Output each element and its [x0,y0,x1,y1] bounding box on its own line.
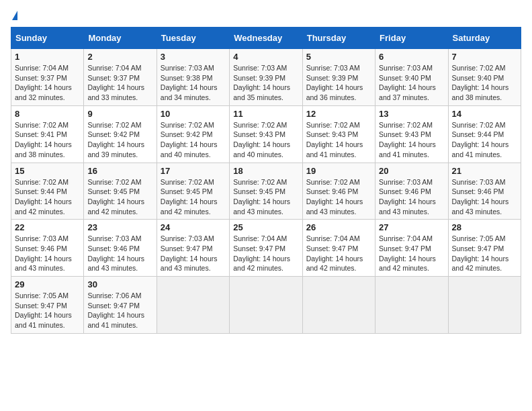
day-cell: 15 Sunrise: 7:02 AM Sunset: 9:44 PM Dayl… [11,163,84,220]
header [11,11,521,20]
day-cell: 17 Sunrise: 7:02 AM Sunset: 9:45 PM Dayl… [157,163,229,220]
day-info: Sunrise: 7:02 AM Sunset: 9:40 PM Dayligh… [452,63,517,103]
logo [11,11,17,20]
day-number: 19 [306,166,371,176]
day-number: 7 [452,52,517,62]
day-number: 1 [15,52,80,62]
day-number: 21 [452,166,517,176]
header-monday: Monday [84,28,157,49]
day-number: 17 [161,166,226,176]
day-number: 28 [452,222,517,232]
day-info: Sunrise: 7:02 AM Sunset: 9:46 PM Dayligh… [306,177,371,217]
day-cell: 29 Sunrise: 7:05 AM Sunset: 9:47 PM Dayl… [11,277,84,334]
day-info: Sunrise: 7:03 AM Sunset: 9:39 PM Dayligh… [306,63,371,103]
day-cell [375,277,448,334]
calendar-table: SundayMondayTuesdayWednesdayThursdayFrid… [11,27,521,334]
header-friday: Friday [375,28,448,49]
day-cell: 28 Sunrise: 7:05 AM Sunset: 9:47 PM Dayl… [448,220,521,277]
header-thursday: Thursday [302,28,375,49]
day-cell: 23 Sunrise: 7:03 AM Sunset: 9:46 PM Dayl… [84,220,157,277]
day-info: Sunrise: 7:03 AM Sunset: 9:46 PM Dayligh… [379,177,444,217]
day-number: 24 [161,222,226,232]
day-number: 9 [87,109,152,119]
day-cell [448,277,521,334]
week-row-1: 1 Sunrise: 7:04 AM Sunset: 9:37 PM Dayli… [11,49,521,106]
day-cell: 30 Sunrise: 7:06 AM Sunset: 9:47 PM Dayl… [84,277,157,334]
day-info: Sunrise: 7:05 AM Sunset: 9:47 PM Dayligh… [452,234,517,273]
day-info: Sunrise: 7:04 AM Sunset: 9:47 PM Dayligh… [306,234,371,273]
day-cell: 7 Sunrise: 7:02 AM Sunset: 9:40 PM Dayli… [448,49,521,106]
day-cell: 21 Sunrise: 7:03 AM Sunset: 9:46 PM Dayl… [448,163,521,220]
day-number: 10 [161,109,226,119]
day-number: 22 [15,222,80,232]
day-info: Sunrise: 7:02 AM Sunset: 9:43 PM Dayligh… [306,120,371,160]
day-info: Sunrise: 7:02 AM Sunset: 9:41 PM Dayligh… [15,120,80,160]
day-info: Sunrise: 7:04 AM Sunset: 9:47 PM Dayligh… [233,234,298,273]
header-sunday: Sunday [11,28,84,49]
day-number: 13 [379,109,444,119]
day-cell: 3 Sunrise: 7:03 AM Sunset: 9:38 PM Dayli… [157,49,229,106]
day-cell: 9 Sunrise: 7:02 AM Sunset: 9:42 PM Dayli… [84,105,157,163]
day-cell: 6 Sunrise: 7:03 AM Sunset: 9:40 PM Dayli… [375,49,448,106]
header-tuesday: Tuesday [157,28,229,49]
day-number: 11 [233,109,298,119]
week-row-5: 29 Sunrise: 7:05 AM Sunset: 9:47 PM Dayl… [11,277,521,334]
day-cell [302,277,375,334]
day-info: Sunrise: 7:04 AM Sunset: 9:47 PM Dayligh… [379,234,444,273]
day-number: 5 [306,52,371,62]
day-info: Sunrise: 7:06 AM Sunset: 9:47 PM Dayligh… [87,291,152,330]
week-row-4: 22 Sunrise: 7:03 AM Sunset: 9:46 PM Dayl… [11,220,521,277]
day-info: Sunrise: 7:04 AM Sunset: 9:37 PM Dayligh… [87,63,152,103]
day-cell: 10 Sunrise: 7:02 AM Sunset: 9:42 PM Dayl… [157,105,229,163]
day-number: 2 [87,52,152,62]
day-cell: 12 Sunrise: 7:02 AM Sunset: 9:43 PM Dayl… [302,105,375,163]
day-number: 3 [161,52,226,62]
day-info: Sunrise: 7:02 AM Sunset: 9:45 PM Dayligh… [161,177,226,217]
header-wednesday: Wednesday [230,28,302,49]
day-info: Sunrise: 7:04 AM Sunset: 9:37 PM Dayligh… [15,63,80,103]
day-cell [157,277,229,334]
day-info: Sunrise: 7:02 AM Sunset: 9:43 PM Dayligh… [379,120,444,160]
day-info: Sunrise: 7:03 AM Sunset: 9:46 PM Dayligh… [87,234,152,273]
day-number: 8 [15,109,80,119]
day-info: Sunrise: 7:03 AM Sunset: 9:39 PM Dayligh… [233,63,298,103]
day-cell: 18 Sunrise: 7:02 AM Sunset: 9:45 PM Dayl… [230,163,302,220]
day-number: 27 [379,222,444,232]
day-cell: 14 Sunrise: 7:02 AM Sunset: 9:44 PM Dayl… [448,105,521,163]
day-info: Sunrise: 7:02 AM Sunset: 9:43 PM Dayligh… [233,120,298,160]
day-cell: 25 Sunrise: 7:04 AM Sunset: 9:47 PM Dayl… [230,220,302,277]
day-number: 15 [15,166,80,176]
day-cell: 5 Sunrise: 7:03 AM Sunset: 9:39 PM Dayli… [302,49,375,106]
day-number: 18 [233,166,298,176]
day-number: 20 [379,166,444,176]
day-cell: 19 Sunrise: 7:02 AM Sunset: 9:46 PM Dayl… [302,163,375,220]
day-cell: 1 Sunrise: 7:04 AM Sunset: 9:37 PM Dayli… [11,49,84,106]
week-row-3: 15 Sunrise: 7:02 AM Sunset: 9:44 PM Dayl… [11,163,521,220]
day-info: Sunrise: 7:02 AM Sunset: 9:45 PM Dayligh… [87,177,152,217]
day-info: Sunrise: 7:03 AM Sunset: 9:40 PM Dayligh… [379,63,444,103]
day-cell: 24 Sunrise: 7:03 AM Sunset: 9:47 PM Dayl… [157,220,229,277]
week-row-2: 8 Sunrise: 7:02 AM Sunset: 9:41 PM Dayli… [11,105,521,163]
day-info: Sunrise: 7:03 AM Sunset: 9:38 PM Dayligh… [161,63,226,103]
day-number: 30 [87,279,152,289]
day-cell: 20 Sunrise: 7:03 AM Sunset: 9:46 PM Dayl… [375,163,448,220]
day-info: Sunrise: 7:02 AM Sunset: 9:42 PM Dayligh… [161,120,226,160]
day-number: 12 [306,109,371,119]
day-cell: 22 Sunrise: 7:03 AM Sunset: 9:46 PM Dayl… [11,220,84,277]
day-info: Sunrise: 7:02 AM Sunset: 9:45 PM Dayligh… [233,177,298,217]
day-number: 14 [452,109,517,119]
day-info: Sunrise: 7:02 AM Sunset: 9:42 PM Dayligh… [87,120,152,160]
header-row: SundayMondayTuesdayWednesdayThursdayFrid… [11,28,521,49]
day-number: 4 [233,52,298,62]
day-number: 25 [233,222,298,232]
day-cell: 2 Sunrise: 7:04 AM Sunset: 9:37 PM Dayli… [84,49,157,106]
day-info: Sunrise: 7:02 AM Sunset: 9:44 PM Dayligh… [452,120,517,160]
day-number: 16 [87,166,152,176]
day-cell: 11 Sunrise: 7:02 AM Sunset: 9:43 PM Dayl… [230,105,302,163]
day-cell: 27 Sunrise: 7:04 AM Sunset: 9:47 PM Dayl… [375,220,448,277]
header-saturday: Saturday [448,28,521,49]
day-info: Sunrise: 7:05 AM Sunset: 9:47 PM Dayligh… [15,291,80,330]
day-info: Sunrise: 7:03 AM Sunset: 9:47 PM Dayligh… [161,234,226,273]
logo-icon [12,11,17,20]
day-cell [230,277,302,334]
